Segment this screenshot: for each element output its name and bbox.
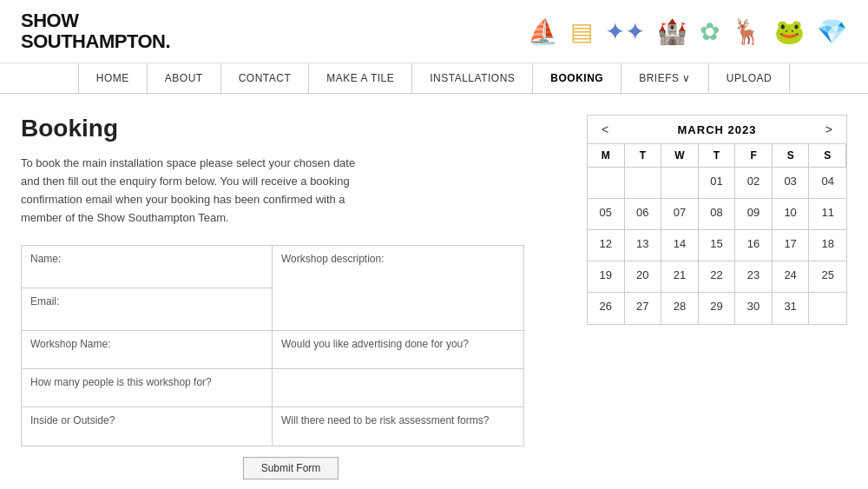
calendar-header: < MARCH 2023 > [588, 116, 846, 144]
cal-cell-20[interactable]: 20 [625, 261, 662, 293]
inside-outside-field[interactable]: Inside or Outside? [22, 407, 273, 446]
calendar-next-button[interactable]: > [820, 122, 838, 136]
boat-icon: ⛵ [528, 17, 558, 46]
puzzle-icon: ✦✦ [605, 17, 645, 46]
nav-home[interactable]: HOME [78, 63, 148, 93]
cal-cell-22[interactable]: 22 [699, 261, 736, 293]
cal-cell-30[interactable]: 30 [735, 293, 773, 324]
castle-icon: 🏰 [657, 17, 687, 46]
cal-cell-12[interactable]: 12 [588, 230, 625, 261]
calendar-grid: M T W T F S S 01 02 03 04 05 06 07 08 [588, 144, 846, 324]
cal-cell-5[interactable]: 05 [588, 199, 625, 230]
nav-make-a-tile[interactable]: MAKE A TILE [309, 63, 412, 93]
cal-cell-3[interactable]: 03 [773, 168, 810, 199]
email-field[interactable]: Email: [22, 288, 273, 331]
cal-cell-8[interactable]: 08 [699, 199, 736, 230]
cal-cell-empty-last [809, 293, 846, 324]
cal-cell-29[interactable]: 29 [699, 293, 736, 324]
name-input[interactable] [64, 253, 263, 265]
cal-cell-11[interactable]: 11 [809, 199, 846, 230]
cal-header-s2: S [809, 144, 846, 168]
cal-cell-9[interactable]: 09 [735, 199, 773, 230]
page-description: To book the main installation space plea… [21, 155, 368, 227]
frog-icon: 🐸 [774, 17, 805, 46]
cal-header-t1: T [625, 144, 662, 168]
cal-cell-10[interactable]: 10 [773, 199, 810, 230]
main-content: Booking To book the main installation sp… [0, 94, 868, 489]
cal-cell-empty-2 [625, 168, 662, 199]
email-input[interactable] [62, 295, 263, 307]
deer-icon: 🦌 [732, 17, 762, 46]
submit-button[interactable]: Submit Form [243, 457, 339, 479]
cal-header-s1: S [773, 144, 810, 168]
name-field[interactable]: Name: [22, 246, 273, 288]
cal-cell-18[interactable]: 18 [809, 230, 846, 261]
workshop-name-input[interactable] [114, 338, 263, 350]
cal-header-m: M [588, 144, 625, 168]
submit-row: Submit Form [21, 457, 561, 479]
nav-upload[interactable]: UPLOAD [709, 63, 790, 93]
cal-cell-empty-3 [661, 168, 699, 199]
cal-cell-13[interactable]: 13 [625, 230, 662, 261]
header-icon-row: ⛵ ▤ ✦✦ 🏰 ✿ 🦌 🐸 💎 [528, 17, 847, 46]
cal-cell-25[interactable]: 25 [809, 261, 846, 293]
nav-about[interactable]: ABOUT [148, 63, 221, 93]
cal-cell-empty-1 [588, 168, 625, 199]
calendar-prev-button[interactable]: < [596, 122, 614, 136]
cal-cell-16[interactable]: 16 [735, 230, 773, 261]
cal-header-f: F [735, 144, 773, 168]
flower-icon: ✿ [700, 17, 720, 46]
calendar: < MARCH 2023 > M T W T F S S 01 02 03 [587, 115, 847, 325]
cal-cell-17[interactable]: 17 [773, 230, 810, 261]
booking-form: Name: Workshop description: Email: Works… [21, 245, 524, 446]
advertising-answer-input[interactable] [281, 376, 515, 388]
nav-briefs[interactable]: BRIEFS ∨ [621, 63, 709, 93]
cal-header-t2: T [699, 144, 736, 168]
calendar-title: MARCH 2023 [678, 123, 757, 136]
cal-cell-1[interactable]: 01 [699, 168, 736, 199]
nav-booking[interactable]: BOOKING [533, 63, 621, 93]
cal-cell-6[interactable]: 06 [625, 199, 662, 230]
nav-contact[interactable]: CONTACT [221, 63, 310, 93]
page-title: Booking [21, 115, 561, 142]
advertising-field[interactable]: Would you like advertising done for you? [273, 331, 523, 369]
site-logo[interactable]: SHOW SOUTHAMPTON. [21, 10, 170, 52]
cal-cell-19[interactable]: 19 [588, 261, 625, 293]
cal-cell-21[interactable]: 21 [661, 261, 699, 293]
left-panel: Booking To book the main installation sp… [21, 115, 561, 479]
cal-cell-24[interactable]: 24 [773, 261, 810, 293]
cal-cell-7[interactable]: 07 [661, 199, 699, 230]
cal-cell-27[interactable]: 27 [625, 293, 662, 324]
risk-assessment-field[interactable]: Will there need to be risk assessment fo… [273, 407, 523, 446]
workshop-description-field[interactable]: Workshop description: [273, 246, 523, 331]
cal-cell-14[interactable]: 14 [661, 230, 699, 261]
right-panel: < MARCH 2023 > M T W T F S S 01 02 03 [587, 115, 847, 479]
cal-cell-23[interactable]: 23 [735, 261, 773, 293]
site-header: SHOW SOUTHAMPTON. ⛵ ▤ ✦✦ 🏰 ✿ 🦌 🐸 💎 [0, 0, 868, 63]
cal-cell-26[interactable]: 26 [588, 293, 625, 324]
main-nav: HOME ABOUT CONTACT MAKE A TILE INSTALLAT… [0, 63, 868, 94]
nav-installations[interactable]: INSTALLATIONS [412, 63, 533, 93]
cal-cell-2[interactable]: 02 [735, 168, 773, 199]
workshop-name-field[interactable]: Workshop Name: [22, 331, 273, 369]
workshop-description-input[interactable] [281, 268, 515, 320]
cal-cell-4[interactable]: 04 [809, 168, 846, 199]
people-count-field[interactable]: How many people is this workshop for? [22, 369, 273, 407]
advertising-input-area[interactable] [273, 369, 523, 407]
gem-icon: 💎 [817, 17, 847, 46]
cal-cell-31[interactable]: 31 [773, 293, 810, 324]
cal-cell-15[interactable]: 15 [699, 230, 736, 261]
cal-header-w: W [661, 144, 699, 168]
stack-icon: ▤ [570, 17, 593, 46]
cal-cell-28[interactable]: 28 [661, 293, 699, 324]
